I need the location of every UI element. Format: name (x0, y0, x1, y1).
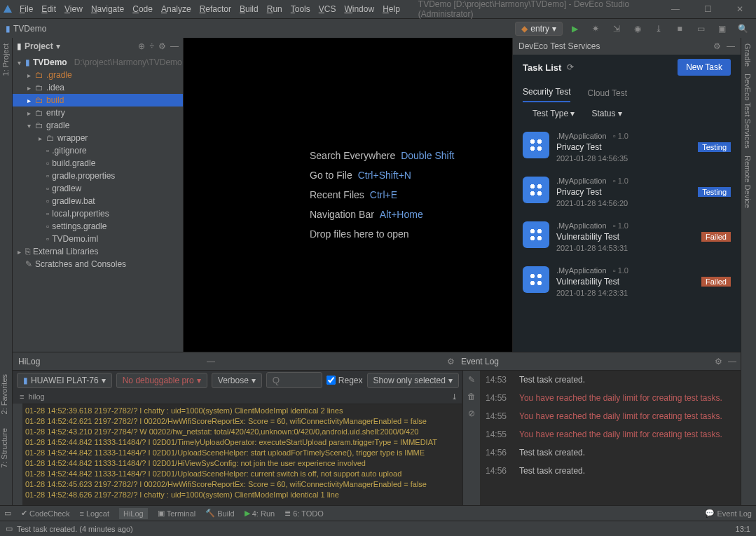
tree-node[interactable]: ▸⎘External Libraries (13, 245, 183, 258)
tree-node[interactable]: ▸🗀wrapper (13, 132, 183, 144)
tab-logcat[interactable]: ≡Logcat (79, 509, 109, 518)
side-tab-gradle[interactable]: Gradle (743, 43, 752, 67)
tab-build[interactable]: 🔨Build (205, 509, 234, 518)
side-tab-deveco[interactable]: DevEco Test Services (743, 74, 752, 149)
filter-test-type[interactable]: Test Type ▾ (532, 109, 575, 118)
project-panel-title[interactable]: Project (25, 41, 53, 51)
status-icon[interactable]: ▭ (6, 524, 13, 533)
collapse-all-icon[interactable]: ▭ (4, 509, 11, 518)
tree-node[interactable]: ▾🗀gradle (13, 119, 183, 132)
tab-security-test[interactable]: Security Test (523, 87, 570, 102)
menu-navigate[interactable]: Navigate (87, 4, 128, 14)
tab-terminal[interactable]: ▣Terminal (158, 509, 196, 518)
tab-todo[interactable]: ≣6: TODO (284, 509, 324, 518)
ban-icon[interactable]: ⊘ (468, 408, 475, 418)
profile-button[interactable]: ◉ (628, 20, 647, 38)
attach-button[interactable]: ⤓ (650, 20, 668, 38)
hide-icon[interactable]: — (727, 41, 735, 51)
trash-icon[interactable]: 🗑 (467, 392, 476, 401)
menu-view[interactable]: View (60, 4, 87, 14)
collapse-icon[interactable]: ÷ (149, 41, 154, 51)
tree-node[interactable]: ▸🗀build (13, 94, 183, 106)
menu-code[interactable]: Code (128, 4, 157, 14)
close-button[interactable]: ✕ (724, 0, 756, 18)
task-item[interactable]: .MyApplication ▫ 1.0Privacy TestTesting2… (513, 125, 741, 170)
tab-run[interactable]: ▶4: Run (245, 509, 275, 518)
menu-file[interactable]: File (15, 4, 37, 14)
process-selector[interactable]: No debuggable pro ▾ (116, 373, 207, 388)
menu-edit[interactable]: Edit (37, 4, 60, 14)
expand-arrow-icon[interactable]: ▸ (25, 71, 32, 79)
event-log-row[interactable]: 14:55You have reached the daily limit fo… (463, 389, 741, 407)
task-list[interactable]: .MyApplication ▫ 1.0Privacy TestTesting2… (513, 125, 741, 352)
hilog-console[interactable]: 01-28 14:52:39.618 2197-2782/? I chatty … (22, 404, 462, 517)
event-log-row[interactable]: 14:56Test task created. (463, 462, 741, 480)
hide-icon[interactable]: — (207, 357, 215, 366)
regex-checkbox[interactable]: Regex (327, 376, 363, 385)
tab-codecheck[interactable]: ✔CodeCheck (21, 509, 69, 518)
filter-status[interactable]: Status ▾ (591, 109, 621, 118)
stop-button[interactable]: ■ (671, 20, 689, 38)
log-level-selector[interactable]: Verbose ▾ (212, 373, 262, 388)
task-item[interactable]: .MyApplication ▫ 1.0Vulnerability TestFa… (513, 214, 741, 259)
tree-node[interactable]: ✎Scratches and Consoles (13, 258, 183, 270)
expand-arrow-icon[interactable]: ▸ (36, 135, 43, 142)
tool2-icon[interactable]: ▣ (713, 20, 731, 38)
tab-event-log[interactable]: 💬Event Log (705, 509, 752, 518)
gear-icon[interactable]: ⚙ (158, 41, 166, 51)
maximize-button[interactable]: ☐ (692, 0, 724, 18)
task-item[interactable]: .MyApplication ▫ 1.0Privacy TestTesting2… (513, 170, 741, 214)
event-log-gear-icon[interactable]: ⚙ (715, 357, 722, 366)
menu-vcs[interactable]: VCS (315, 4, 341, 14)
event-log-row[interactable]: 14:55You have reached the daily limit fo… (463, 407, 741, 425)
tree-node[interactable]: ▫build.gradle (13, 157, 183, 170)
event-log-hide-icon[interactable]: — (728, 357, 736, 366)
project-tree[interactable]: ▾ ▮ TVDemo D:\project\Harmony\TVDemo ▸🗀.… (13, 55, 183, 272)
tab-hilog[interactable]: HiLog (119, 508, 148, 519)
tree-node[interactable]: ▫settings.gradle (13, 220, 183, 233)
menu-tools[interactable]: Tools (287, 4, 315, 14)
tree-node[interactable]: ▫gradle.properties (13, 170, 183, 182)
scroll-icon[interactable]: ⤓ (451, 392, 458, 401)
event-log-row[interactable]: 14:55You have reached the daily limit fo… (463, 425, 741, 444)
hide-icon[interactable]: — (170, 41, 179, 51)
expand-arrow-icon[interactable]: ▾ (25, 122, 32, 130)
breadcrumb[interactable]: ▮ TVDemo (0, 24, 46, 34)
tab-cloud-test[interactable]: Cloud Test (587, 88, 626, 102)
event-log-row[interactable]: 14:56Test task created. (463, 444, 741, 462)
menu-window[interactable]: Window (340, 4, 378, 14)
event-log-list[interactable]: 14:53Test task created.14:55You have rea… (463, 371, 741, 480)
log-search-input[interactable] (266, 372, 322, 388)
expand-arrow-icon[interactable]: ▸ (15, 248, 22, 256)
tool1-icon[interactable]: ▭ (692, 20, 710, 38)
refresh-icon[interactable]: ⟳ (567, 62, 574, 72)
locate-icon[interactable]: ⊕ (138, 41, 145, 51)
menu-run[interactable]: Run (263, 4, 287, 14)
editor-area[interactable]: Search EverywhereDouble ShiftGo to FileC… (184, 38, 512, 352)
side-tab-favorites[interactable]: 2: Favorites (0, 374, 8, 414)
project-selector-icon[interactable]: ▮ (17, 41, 22, 51)
tree-node[interactable]: ▫gradlew (13, 182, 183, 195)
tree-root[interactable]: ▾ ▮ TVDemo D:\project\Harmony\TVDemo (13, 56, 183, 69)
search-field[interactable] (273, 375, 289, 385)
tree-node[interactable]: ▫TVDemo.iml (13, 233, 183, 245)
side-tab-structure[interactable]: 7: Structure (0, 428, 8, 468)
expand-arrow-icon[interactable]: ▸ (25, 109, 32, 117)
menu-build[interactable]: Build (235, 4, 263, 14)
expand-arrow-icon[interactable]: ▸ (25, 97, 32, 104)
menu-help[interactable]: Help (378, 4, 404, 14)
gear-icon[interactable]: ⚙ (447, 357, 455, 366)
chevron-down-icon[interactable]: ▾ (56, 41, 60, 51)
new-task-button[interactable]: New Task (678, 59, 731, 76)
tree-node[interactable]: ▫local.properties (13, 207, 183, 220)
tree-node[interactable]: ▸🗀.idea (13, 81, 183, 94)
hilog-filter-bar[interactable]: ≡ hilog ⤓ (13, 390, 462, 404)
tree-node[interactable]: ▫gradlew.bat (13, 195, 183, 207)
side-tab-remote[interactable]: Remote Device (743, 156, 752, 208)
tree-node[interactable]: ▸🗀.gradle (13, 69, 183, 81)
event-log-row[interactable]: 14:53Test task created. (463, 371, 741, 389)
gear-icon[interactable]: ⚙ (713, 41, 721, 51)
device-selector[interactable]: ▮ HUAWEI PLAT-76 ▾ (17, 373, 112, 388)
run-config-selector[interactable]: ◆ entry ▾ (515, 22, 563, 36)
menu-analyze[interactable]: Analyze (157, 4, 195, 14)
